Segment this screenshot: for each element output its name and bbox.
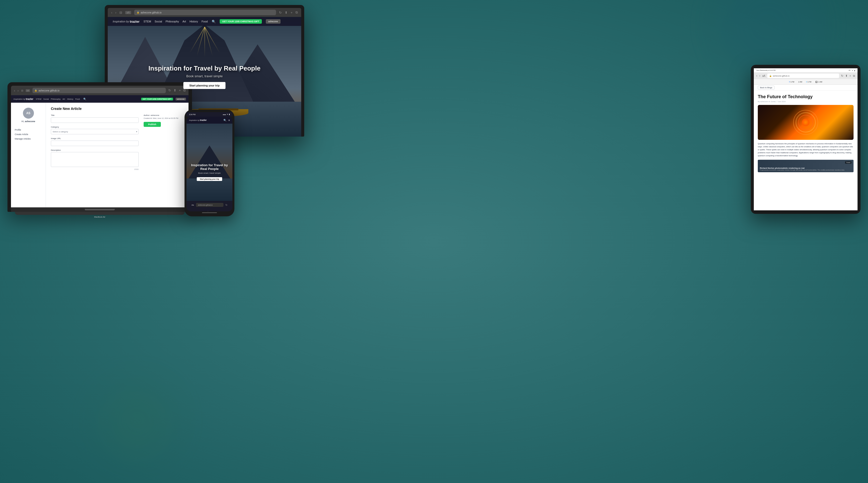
url-text: ashecone.github.io <box>141 11 162 14</box>
tablet-url-bar[interactable]: 🔒 ashecone.github.io <box>767 73 839 78</box>
desktop-forward-btn[interactable]: › <box>115 11 116 14</box>
form-group-image: Image URL <box>51 137 138 146</box>
desktop-logo: Inspiration by trazler <box>113 20 140 24</box>
sidebar-greeting: Hi, ashecone <box>15 120 42 123</box>
nav-food[interactable]: Food <box>202 20 208 23</box>
tablet-browser-chrome: ‹ › aA 🔒 ashecone.github.io ↻ ⬆ + ⧉ <box>754 72 858 79</box>
title-input[interactable] <box>51 118 138 123</box>
laptop-aa-btn[interactable]: aA <box>26 89 30 92</box>
laptop-share-icon[interactable]: ⬆ <box>174 89 176 93</box>
tablet-browser-actions: ↻ ⬆ + ⧉ <box>841 74 855 77</box>
image-url-input[interactable] <box>51 140 138 146</box>
article-image <box>758 105 854 140</box>
laptop-back-btn[interactable]: ‹ <box>14 89 15 93</box>
desktop-cta-button[interactable]: GET YOUR 120$ CHRISTMAS GIFT <box>220 19 261 24</box>
aa-btn[interactable]: aA <box>125 11 131 14</box>
laptop-forward-btn[interactable]: › <box>18 89 19 93</box>
sidebar-nav-profile[interactable]: Profile <box>15 128 42 132</box>
laptop-nav-food[interactable]: Food <box>75 98 80 100</box>
desktop-search-icon[interactable]: 🔍 <box>212 20 216 24</box>
tablet-time: June Wednesday at 3:44 PM <box>756 69 775 71</box>
tablet-share-icon[interactable]: ⬆ <box>845 74 847 77</box>
form-group-category: Category Select a category ▾ <box>51 126 138 135</box>
phone-nav-bookmark[interactable]: ⊟ <box>215 211 217 211</box>
tablet-status-bar: June Wednesday at 3:44 PM 4G ▾ ▮ <box>754 68 858 72</box>
laptop-nav-art[interactable]: Art <box>63 98 65 100</box>
phone-nav-share[interactable]: ⬆ <box>207 211 209 211</box>
laptop-cta-button[interactable]: GET YOUR 120$ CHRISTMAS GIFT <box>141 98 173 100</box>
phone-outer: 3:34 PM ●●● ▾ ▮ Inspiration by trazler 🔍 <box>185 110 235 216</box>
card-title: Richard Norton photorealistic rendering … <box>760 167 844 169</box>
article-meta: By ashecone on Jumat, 7 Juni 2024 <box>758 101 854 102</box>
phone-nav-back[interactable]: ‹ <box>194 211 195 211</box>
laptop-tabs-icon[interactable]: ⧉ <box>183 89 186 93</box>
sidebar-nav-manage[interactable]: Manage Articles <box>15 136 42 141</box>
laptop-url-bar[interactable]: 🔒 ashecone.github.io <box>32 88 166 93</box>
phone-search-icon[interactable]: 🔍 <box>223 119 226 122</box>
nav-philosophy[interactable]: Philosophy <box>165 20 179 23</box>
back-to-blogs-button[interactable]: Back to Blogs <box>758 86 774 90</box>
laptop-base <box>11 207 188 212</box>
form-heading: Create New Article <box>51 107 184 111</box>
reload-icon[interactable]: ↻ <box>279 11 282 14</box>
nav-art[interactable]: Art <box>183 20 186 23</box>
laptop-logo: Inspiration by trazler <box>13 98 33 100</box>
description-textarea[interactable] <box>51 152 138 167</box>
nav-history[interactable]: History <box>189 20 198 23</box>
phone-url-bar[interactable]: ashecone.github.io <box>196 203 223 207</box>
tablet-url-text: ashecone.github.io <box>773 75 789 77</box>
laptop-nav-links: STEM Social Philosophy Art History Food <box>36 98 80 100</box>
phone-screen: Inspiration by trazler 🔍 ≡ Inspiration f… <box>187 117 232 211</box>
laptop-main-content: AS Hi, ashecone Profile Create Article M… <box>11 103 188 207</box>
laptop-nav-philosophy[interactable]: Philosophy <box>51 98 61 100</box>
add-tab-icon[interactable]: + <box>290 11 292 14</box>
desktop-navbar: Inspiration by trazler STEM Social Philo… <box>108 17 301 26</box>
twitter-count: 3.7M <box>807 81 811 83</box>
hero-content: Inspiration for Travel by Real People Bo… <box>148 65 260 89</box>
tablet-wifi-icon: ▾ <box>852 69 853 71</box>
laptop-url-text: ashecone.github.io <box>38 89 59 92</box>
laptop-reload-icon[interactable]: ↻ <box>168 89 171 93</box>
share-icon[interactable]: ⬆ <box>285 11 287 14</box>
form-right-column: Author: ashecone Created At: Wed, June 1… <box>144 114 184 173</box>
nav-stem[interactable]: STEM <box>144 20 151 23</box>
phone-time: 3:34 PM <box>189 114 195 116</box>
phone-water <box>187 179 232 201</box>
phone-hero-content: Inspiration for Travel by Real People Bo… <box>187 163 232 181</box>
tablet-forward-nav[interactable]: › <box>759 74 760 77</box>
laptop-nav-history[interactable]: History <box>67 98 73 100</box>
tablet-aa-btn[interactable]: aA <box>762 74 765 77</box>
phone-nav-tabs[interactable]: ⧉ <box>222 211 225 211</box>
tablet-add-tab-icon[interactable]: + <box>849 74 851 77</box>
tabs-icon[interactable]: ⧉ <box>296 10 298 14</box>
desktop-back-btn[interactable]: ‹ <box>111 11 112 14</box>
desktop-user-button[interactable]: ashecone <box>266 19 281 24</box>
phone-nav-forward[interactable]: › <box>200 211 202 211</box>
tablet-tabs-icon[interactable]: ⧉ <box>853 74 855 77</box>
author-date: Created At: Wed, June 12, 2024 at 03:35 … <box>144 118 184 119</box>
laptop-navbar: Inspiration by trazler STEM Social Philo… <box>11 95 188 103</box>
sidebar-nav-create[interactable]: Create Article <box>15 132 42 136</box>
laptop-nav-social[interactable]: Social <box>43 98 49 100</box>
laptop-screen: ‹ › ⊟ aA 🔒 ashecone.github.io ↻ ⬆ + ⧉ <box>7 82 192 212</box>
laptop-add-tab-icon[interactable]: + <box>179 89 181 93</box>
hero-cta-button[interactable]: Start planning your trip <box>183 82 226 89</box>
laptop-user-button[interactable]: ashecone <box>176 98 186 100</box>
tablet-battery-icon: ▮ <box>854 69 855 71</box>
laptop-form-area: Create New Article Title Category <box>46 103 188 207</box>
publish-button[interactable]: Publish <box>144 122 161 127</box>
phone-browser-nav: ‹ › ⬆ ⊟ ⧉ <box>187 209 232 211</box>
phone-hero-cta-button[interactable]: Start planning your trip <box>197 177 222 181</box>
phone-menu-icon[interactable]: ≡ <box>228 119 230 122</box>
laptop-search-icon[interactable]: 🔍 <box>83 98 86 100</box>
tablet-back-bar: Back to Blogs <box>754 85 858 91</box>
laptop-nav-stem[interactable]: STEM <box>36 98 41 100</box>
phone-refresh-icon[interactable]: ↻ <box>225 204 227 206</box>
tablet-reload-icon[interactable]: ↻ <box>841 74 843 77</box>
desktop-url-bar[interactable]: 🔒 ashecone.github.io <box>134 10 276 15</box>
image-label: Image URL <box>51 137 138 139</box>
tablet-back-nav[interactable]: ‹ <box>756 74 757 77</box>
nav-social[interactable]: Social <box>155 20 162 23</box>
card-subtitle: Progressively incentivize cooperative in… <box>760 169 844 171</box>
category-select[interactable]: Select a category <box>51 129 138 134</box>
